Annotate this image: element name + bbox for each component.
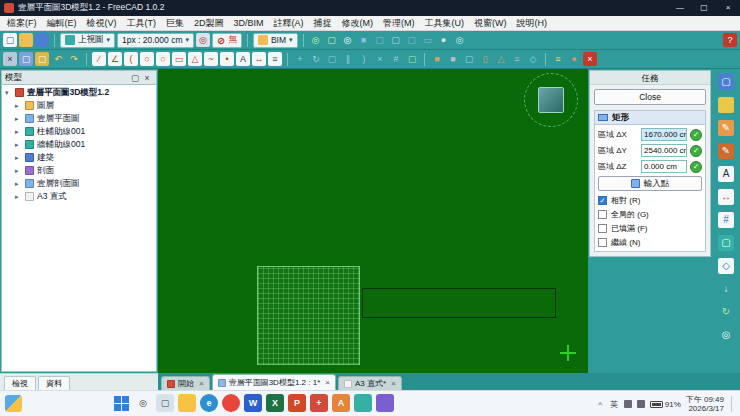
new-file-icon[interactable]: ▢ [3, 33, 17, 47]
property-tab-2[interactable]: 資料 [38, 376, 70, 390]
dimension-tool-icon[interactable]: ↔ [718, 189, 734, 205]
option-row[interactable]: 繼續 (N) [598, 236, 702, 248]
tree-item[interactable]: ▸牆輔助線001 [2, 138, 156, 151]
section-view-icon[interactable]: ▭ [421, 33, 435, 47]
menu-item-3[interactable]: 檢視(V) [82, 16, 122, 30]
axonometric-view-icon[interactable]: ■ [357, 33, 371, 47]
tab-close-icon[interactable]: × [325, 378, 330, 387]
material-icon[interactable]: ● [567, 52, 581, 66]
tab-close-icon[interactable]: × [391, 379, 396, 388]
option-row[interactable]: 全局的 (G) [598, 208, 702, 220]
coordinate-input[interactable]: 0.000 cm [641, 160, 687, 173]
enter-point-button[interactable]: 輸入點 [598, 176, 702, 191]
bim-views-panel-icon[interactable]: ▢ [718, 74, 734, 90]
window-icon[interactable]: ▢ [462, 52, 476, 66]
autocad-icon[interactable]: A [332, 394, 350, 412]
preview-icon[interactable]: ◎ [718, 327, 734, 343]
expanded-arrow-icon[interactable]: ▾ [5, 89, 12, 97]
collapsed-arrow-icon[interactable]: ▸ [15, 180, 22, 188]
nudge-selector[interactable]: ⊘ 無 [212, 33, 242, 48]
word-icon[interactable]: W [244, 394, 262, 412]
refresh-icon[interactable]: ↻ [718, 304, 734, 320]
menu-item-6[interactable]: 2D製圖 [189, 16, 229, 30]
open-folder-icon[interactable] [19, 33, 33, 47]
tree-item[interactable]: ▸剖面 [2, 164, 156, 177]
line-icon[interactable]: ∕ [92, 52, 106, 66]
tree-item[interactable]: ▸壹層平面圖 [2, 112, 156, 125]
right-view-icon[interactable]: ▢ [405, 33, 419, 47]
grid-toggle-icon[interactable]: # [718, 212, 734, 228]
whats-this-icon[interactable]: ? [723, 33, 737, 47]
close-window-button[interactable]: × [718, 0, 738, 16]
structure-icon[interactable]: ■ [446, 52, 460, 66]
file-explorer-icon[interactable] [178, 394, 196, 412]
clone-icon[interactable]: ▢ [405, 52, 419, 66]
property-tab-1[interactable]: 檢視 [4, 376, 36, 390]
top-view-icon[interactable]: ▢ [389, 33, 403, 47]
collapsed-arrow-icon[interactable]: ▸ [15, 154, 22, 162]
point-icon[interactable]: • [220, 52, 234, 66]
tray-chevron-icon[interactable]: ^ [596, 400, 605, 409]
tab-close-icon[interactable]: × [199, 379, 204, 388]
wall-icon[interactable]: ■ [430, 52, 444, 66]
working-plane-selector[interactable]: 上視圖 ▾ [60, 33, 115, 48]
nudge-down-icon[interactable]: ↓ [718, 281, 734, 297]
menu-item-14[interactable]: 說明(H) [512, 16, 553, 30]
layers-icon[interactable]: ≡ [551, 52, 565, 66]
arc-icon[interactable]: ( [124, 52, 138, 66]
level-icon[interactable]: ◇ [718, 258, 734, 274]
checkbox[interactable] [598, 238, 607, 247]
zoom-fit-icon[interactable]: ◎ [341, 33, 355, 47]
polyline-icon[interactable]: ∠ [108, 52, 122, 66]
excel-icon[interactable]: X [266, 394, 284, 412]
menu-item-4[interactable]: 工具(T) [122, 16, 162, 30]
menu-item-9[interactable]: 捕捉 [309, 16, 337, 30]
panel-float-icon[interactable]: ▢ [129, 73, 141, 83]
sketch-icon[interactable]: ✎ [718, 120, 734, 136]
workbench-selector[interactable]: BIM ▾ [253, 33, 298, 48]
option-row[interactable]: ✓相對 (R) [598, 194, 702, 206]
mirror-icon[interactable]: ∥ [341, 52, 355, 66]
ime-language-badge[interactable]: 英 [610, 399, 619, 410]
stairs-icon[interactable]: ≡ [510, 52, 524, 66]
tree-item[interactable]: ▸圖層 [2, 99, 156, 112]
option-row[interactable]: 已填滿 (F) [598, 222, 702, 234]
confirm-check-icon[interactable]: ✓ [690, 161, 702, 173]
freecad-icon[interactable]: + [310, 394, 328, 412]
front-view-icon[interactable]: ▢ [373, 33, 387, 47]
checkbox[interactable] [598, 210, 607, 219]
menu-item-5[interactable]: 巨集 [161, 16, 189, 30]
document-tab-3[interactable]: A3 直式*× [338, 376, 402, 390]
bspline-icon[interactable]: ~ [204, 52, 218, 66]
rectangle-icon[interactable]: ▭ [172, 52, 186, 66]
document-tab-2[interactable]: 壹層平面圖3D模型1.2 : 1*× [212, 374, 336, 390]
zoom-box-icon[interactable]: ▢ [325, 33, 339, 47]
start-button[interactable] [112, 394, 130, 412]
3d-viewport[interactable] [158, 69, 588, 373]
rotate-icon[interactable]: ↻ [309, 52, 323, 66]
draft-edit-icon[interactable]: ✎ [718, 143, 734, 159]
delete-icon[interactable]: × [583, 52, 597, 66]
edge-icon[interactable]: e [200, 394, 218, 412]
close-task-button[interactable]: Close [594, 89, 706, 105]
search-icon[interactable]: ◎ [134, 394, 152, 412]
scale-icon[interactable]: ▢ [325, 52, 339, 66]
tree-item[interactable]: ▸壹層剖面圖 [2, 177, 156, 190]
redo-icon[interactable]: ↷ [67, 52, 81, 66]
checkbox[interactable] [598, 224, 607, 233]
collapsed-arrow-icon[interactable]: ▸ [15, 141, 22, 149]
maximize-button[interactable]: ▢ [694, 0, 714, 16]
menu-item-10[interactable]: 修改(M) [337, 16, 379, 30]
door-icon[interactable]: ▯ [478, 52, 492, 66]
paste-icon[interactable]: ▢ [35, 52, 49, 66]
menu-item-7[interactable]: 3D/BIM [229, 16, 269, 30]
collapsed-arrow-icon[interactable]: ▸ [15, 193, 22, 201]
tree-item[interactable]: ▸A3 直式 [2, 190, 156, 203]
polygon-icon[interactable]: △ [188, 52, 202, 66]
trim-icon[interactable]: × [373, 52, 387, 66]
ellipse-icon[interactable]: ○ [156, 52, 170, 66]
navigation-cube-face[interactable] [538, 87, 564, 113]
chrome-icon[interactable] [222, 394, 240, 412]
powerpoint-icon[interactable]: P [288, 394, 306, 412]
draw-style-icon[interactable]: ● [437, 33, 451, 47]
